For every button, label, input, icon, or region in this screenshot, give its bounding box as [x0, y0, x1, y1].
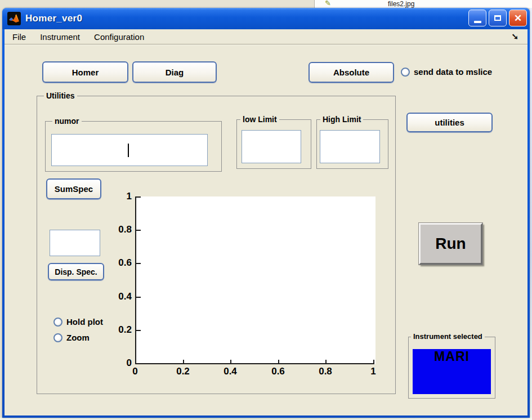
zoom-radio-label: Zoom — [66, 333, 90, 342]
sumspec-button[interactable]: SumSpec — [46, 178, 101, 199]
x-tick — [278, 360, 279, 364]
zoom-radio[interactable]: Zoom — [53, 333, 90, 342]
menu-instrument[interactable]: Instrument — [38, 31, 82, 43]
instrument-value-display: MARI — [413, 349, 491, 394]
low-limit-input[interactable] — [242, 130, 301, 163]
y-tick-label: 0.8 — [109, 224, 132, 235]
menu-configuration[interactable]: Configuration — [92, 31, 146, 43]
background-bottom-strip — [0, 418, 532, 420]
desktop: ✎ files2.jpg Homer_ver0 ✕ F — [0, 0, 532, 420]
client-area: File Instrument Configuration ➘ Homer Di… — [5, 29, 527, 415]
high-limit-input[interactable] — [320, 130, 380, 163]
titlebar[interactable]: Homer_ver0 ✕ — [2, 8, 530, 29]
close-icon: ✕ — [514, 14, 522, 23]
dock-arrow-icon[interactable]: ➘ — [511, 32, 518, 42]
radio-circle-icon — [53, 333, 62, 342]
y-tick — [136, 297, 141, 298]
diag-button[interactable]: Diag — [132, 61, 217, 83]
y-tick-label: 0.4 — [109, 291, 132, 302]
x-tick — [373, 360, 374, 364]
menubar: File Instrument Configuration ➘ — [5, 29, 527, 44]
y-tick — [136, 330, 141, 331]
x-tick-label: 1 — [361, 366, 386, 377]
matlab-app-icon — [7, 12, 21, 25]
homer-button[interactable]: Homer — [42, 61, 128, 83]
plot-canvas — [135, 196, 375, 364]
absolute-button[interactable]: Absolute — [309, 62, 394, 83]
minimize-icon — [474, 21, 481, 23]
pencil-icon: ✎ — [325, 0, 331, 7]
utilities-group-label: Utilities — [44, 91, 77, 100]
low-limit-group-label: low Limit — [240, 115, 279, 124]
maximize-button[interactable] — [489, 10, 507, 26]
y-tick-label: 1 — [109, 191, 132, 202]
minimize-button[interactable] — [468, 10, 486, 26]
background-right-strip — [530, 8, 532, 420]
spec-number-input[interactable] — [50, 230, 100, 256]
radio-circle-icon — [53, 318, 62, 327]
hold-plot-radio-label: Hold plot — [66, 317, 103, 327]
radio-circle-icon — [401, 68, 410, 77]
send-data-to-mslice-radio[interactable]: send data to mslice — [401, 67, 492, 77]
instrument-selected-label: Instrument selected — [411, 332, 485, 341]
text-caret — [128, 144, 129, 157]
x-tick-label: 0.8 — [313, 366, 338, 377]
x-tick — [325, 360, 327, 364]
disp-spec-button[interactable]: Disp. Spec. — [48, 263, 104, 280]
x-tick — [230, 360, 231, 364]
high-limit-group-label: High Limit — [320, 115, 363, 124]
window-title: Homer_ver0 — [25, 13, 82, 24]
x-tick-label: 0.6 — [266, 366, 290, 377]
y-tick-label: 0.2 — [109, 324, 132, 336]
run-button[interactable]: Run — [419, 223, 482, 265]
x-tick-label: 0.4 — [218, 366, 243, 377]
hold-plot-radio[interactable]: Hold plot — [53, 317, 103, 327]
x-tick — [183, 360, 184, 364]
x-tick-label: 0.2 — [171, 366, 195, 377]
background-file-label: files2.jpg — [388, 0, 414, 8]
utilities-button[interactable]: utilities — [406, 113, 493, 132]
menu-file[interactable]: File — [10, 31, 28, 43]
plot-y-axis — [135, 196, 136, 364]
y-tick — [136, 196, 141, 198]
y-tick-label: 0.6 — [109, 257, 132, 269]
maximize-icon — [494, 15, 501, 21]
numor-input[interactable] — [51, 134, 208, 166]
y-tick — [136, 263, 141, 264]
close-button[interactable]: ✕ — [509, 10, 527, 26]
background-window-fragment: ✎ files2.jpg — [314, 0, 532, 8]
y-tick — [136, 230, 141, 231]
plot-x-axis — [135, 363, 374, 364]
mslice-radio-label: send data to mslice — [414, 67, 492, 77]
homer-window: Homer_ver0 ✕ File Instrument Configurati… — [2, 8, 530, 418]
numor-group-label: numor — [52, 117, 82, 126]
x-tick-label: 0 — [123, 366, 147, 377]
